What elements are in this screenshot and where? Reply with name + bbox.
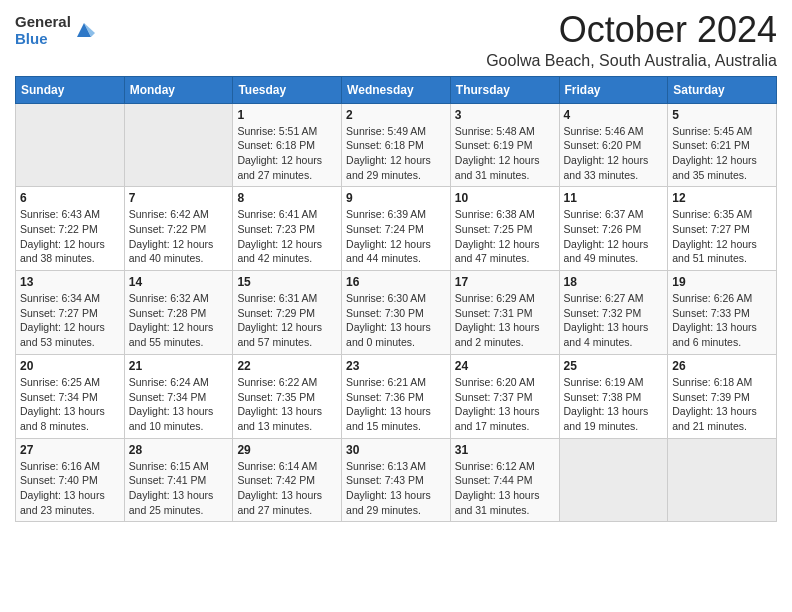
day-detail: Sunrise: 6:26 AM Sunset: 7:33 PM Dayligh… xyxy=(672,291,772,350)
title-area: October 2024 Goolwa Beach, South Austral… xyxy=(486,10,777,70)
calendar-cell: 26Sunrise: 6:18 AM Sunset: 7:39 PM Dayli… xyxy=(668,354,777,438)
calendar-cell: 27Sunrise: 6:16 AM Sunset: 7:40 PM Dayli… xyxy=(16,438,125,522)
calendar-cell: 31Sunrise: 6:12 AM Sunset: 7:44 PM Dayli… xyxy=(450,438,559,522)
calendar-cell: 13Sunrise: 6:34 AM Sunset: 7:27 PM Dayli… xyxy=(16,271,125,355)
day-detail: Sunrise: 6:13 AM Sunset: 7:43 PM Dayligh… xyxy=(346,459,446,518)
calendar-week-row: 1Sunrise: 5:51 AM Sunset: 6:18 PM Daylig… xyxy=(16,103,777,187)
calendar-week-row: 13Sunrise: 6:34 AM Sunset: 7:27 PM Dayli… xyxy=(16,271,777,355)
calendar-cell: 2Sunrise: 5:49 AM Sunset: 6:18 PM Daylig… xyxy=(342,103,451,187)
calendar-cell: 7Sunrise: 6:42 AM Sunset: 7:22 PM Daylig… xyxy=(124,187,233,271)
day-detail: Sunrise: 6:12 AM Sunset: 7:44 PM Dayligh… xyxy=(455,459,555,518)
day-detail: Sunrise: 5:51 AM Sunset: 6:18 PM Dayligh… xyxy=(237,124,337,183)
day-detail: Sunrise: 6:15 AM Sunset: 7:41 PM Dayligh… xyxy=(129,459,229,518)
day-detail: Sunrise: 6:39 AM Sunset: 7:24 PM Dayligh… xyxy=(346,207,446,266)
calendar-cell: 21Sunrise: 6:24 AM Sunset: 7:34 PM Dayli… xyxy=(124,354,233,438)
calendar-day-header: Monday xyxy=(124,76,233,103)
logo-icon xyxy=(73,19,95,45)
calendar-cell: 1Sunrise: 5:51 AM Sunset: 6:18 PM Daylig… xyxy=(233,103,342,187)
day-detail: Sunrise: 5:46 AM Sunset: 6:20 PM Dayligh… xyxy=(564,124,664,183)
logo-general-text: General xyxy=(15,14,71,31)
day-number: 9 xyxy=(346,191,446,205)
calendar-cell xyxy=(16,103,125,187)
day-detail: Sunrise: 6:24 AM Sunset: 7:34 PM Dayligh… xyxy=(129,375,229,434)
day-number: 5 xyxy=(672,108,772,122)
calendar-table: SundayMondayTuesdayWednesdayThursdayFrid… xyxy=(15,76,777,523)
day-detail: Sunrise: 5:49 AM Sunset: 6:18 PM Dayligh… xyxy=(346,124,446,183)
day-detail: Sunrise: 6:38 AM Sunset: 7:25 PM Dayligh… xyxy=(455,207,555,266)
day-number: 8 xyxy=(237,191,337,205)
calendar-cell: 9Sunrise: 6:39 AM Sunset: 7:24 PM Daylig… xyxy=(342,187,451,271)
calendar-cell: 30Sunrise: 6:13 AM Sunset: 7:43 PM Dayli… xyxy=(342,438,451,522)
calendar-day-header: Thursday xyxy=(450,76,559,103)
calendar-week-row: 20Sunrise: 6:25 AM Sunset: 7:34 PM Dayli… xyxy=(16,354,777,438)
calendar-cell: 17Sunrise: 6:29 AM Sunset: 7:31 PM Dayli… xyxy=(450,271,559,355)
day-detail: Sunrise: 6:30 AM Sunset: 7:30 PM Dayligh… xyxy=(346,291,446,350)
day-detail: Sunrise: 6:34 AM Sunset: 7:27 PM Dayligh… xyxy=(20,291,120,350)
calendar-cell xyxy=(668,438,777,522)
calendar-cell: 4Sunrise: 5:46 AM Sunset: 6:20 PM Daylig… xyxy=(559,103,668,187)
day-number: 10 xyxy=(455,191,555,205)
day-number: 28 xyxy=(129,443,229,457)
day-number: 14 xyxy=(129,275,229,289)
day-detail: Sunrise: 6:20 AM Sunset: 7:37 PM Dayligh… xyxy=(455,375,555,434)
day-detail: Sunrise: 6:18 AM Sunset: 7:39 PM Dayligh… xyxy=(672,375,772,434)
calendar-day-header: Tuesday xyxy=(233,76,342,103)
calendar-cell: 25Sunrise: 6:19 AM Sunset: 7:38 PM Dayli… xyxy=(559,354,668,438)
day-detail: Sunrise: 5:45 AM Sunset: 6:21 PM Dayligh… xyxy=(672,124,772,183)
day-number: 11 xyxy=(564,191,664,205)
calendar-body: 1Sunrise: 5:51 AM Sunset: 6:18 PM Daylig… xyxy=(16,103,777,522)
calendar-cell: 29Sunrise: 6:14 AM Sunset: 7:42 PM Dayli… xyxy=(233,438,342,522)
day-detail: Sunrise: 6:42 AM Sunset: 7:22 PM Dayligh… xyxy=(129,207,229,266)
day-number: 18 xyxy=(564,275,664,289)
calendar-day-header: Friday xyxy=(559,76,668,103)
calendar-cell: 22Sunrise: 6:22 AM Sunset: 7:35 PM Dayli… xyxy=(233,354,342,438)
calendar-header-row: SundayMondayTuesdayWednesdayThursdayFrid… xyxy=(16,76,777,103)
page-title: October 2024 xyxy=(486,10,777,50)
day-number: 12 xyxy=(672,191,772,205)
day-number: 26 xyxy=(672,359,772,373)
calendar-week-row: 6Sunrise: 6:43 AM Sunset: 7:22 PM Daylig… xyxy=(16,187,777,271)
calendar-cell: 15Sunrise: 6:31 AM Sunset: 7:29 PM Dayli… xyxy=(233,271,342,355)
calendar-cell: 28Sunrise: 6:15 AM Sunset: 7:41 PM Dayli… xyxy=(124,438,233,522)
day-detail: Sunrise: 6:27 AM Sunset: 7:32 PM Dayligh… xyxy=(564,291,664,350)
day-detail: Sunrise: 6:19 AM Sunset: 7:38 PM Dayligh… xyxy=(564,375,664,434)
calendar-cell: 11Sunrise: 6:37 AM Sunset: 7:26 PM Dayli… xyxy=(559,187,668,271)
calendar-day-header: Sunday xyxy=(16,76,125,103)
day-detail: Sunrise: 6:21 AM Sunset: 7:36 PM Dayligh… xyxy=(346,375,446,434)
calendar-cell: 14Sunrise: 6:32 AM Sunset: 7:28 PM Dayli… xyxy=(124,271,233,355)
day-detail: Sunrise: 6:43 AM Sunset: 7:22 PM Dayligh… xyxy=(20,207,120,266)
calendar-cell: 20Sunrise: 6:25 AM Sunset: 7:34 PM Dayli… xyxy=(16,354,125,438)
day-number: 20 xyxy=(20,359,120,373)
day-number: 15 xyxy=(237,275,337,289)
page-header: General Blue October 2024 Goolwa Beach, … xyxy=(15,10,777,70)
day-number: 23 xyxy=(346,359,446,373)
day-number: 1 xyxy=(237,108,337,122)
calendar-cell: 24Sunrise: 6:20 AM Sunset: 7:37 PM Dayli… xyxy=(450,354,559,438)
calendar-cell: 19Sunrise: 6:26 AM Sunset: 7:33 PM Dayli… xyxy=(668,271,777,355)
logo-blue-text: Blue xyxy=(15,31,71,48)
day-number: 7 xyxy=(129,191,229,205)
day-number: 6 xyxy=(20,191,120,205)
day-detail: Sunrise: 6:32 AM Sunset: 7:28 PM Dayligh… xyxy=(129,291,229,350)
logo: General Blue xyxy=(15,14,95,47)
day-detail: Sunrise: 6:41 AM Sunset: 7:23 PM Dayligh… xyxy=(237,207,337,266)
day-number: 13 xyxy=(20,275,120,289)
day-number: 29 xyxy=(237,443,337,457)
day-number: 17 xyxy=(455,275,555,289)
calendar-day-header: Wednesday xyxy=(342,76,451,103)
day-number: 24 xyxy=(455,359,555,373)
day-detail: Sunrise: 6:35 AM Sunset: 7:27 PM Dayligh… xyxy=(672,207,772,266)
day-number: 25 xyxy=(564,359,664,373)
calendar-cell xyxy=(559,438,668,522)
calendar-cell: 8Sunrise: 6:41 AM Sunset: 7:23 PM Daylig… xyxy=(233,187,342,271)
day-number: 16 xyxy=(346,275,446,289)
day-number: 2 xyxy=(346,108,446,122)
day-detail: Sunrise: 6:25 AM Sunset: 7:34 PM Dayligh… xyxy=(20,375,120,434)
day-number: 19 xyxy=(672,275,772,289)
day-number: 31 xyxy=(455,443,555,457)
day-detail: Sunrise: 6:29 AM Sunset: 7:31 PM Dayligh… xyxy=(455,291,555,350)
day-detail: Sunrise: 6:31 AM Sunset: 7:29 PM Dayligh… xyxy=(237,291,337,350)
calendar-cell: 5Sunrise: 5:45 AM Sunset: 6:21 PM Daylig… xyxy=(668,103,777,187)
day-detail: Sunrise: 6:14 AM Sunset: 7:42 PM Dayligh… xyxy=(237,459,337,518)
day-detail: Sunrise: 6:37 AM Sunset: 7:26 PM Dayligh… xyxy=(564,207,664,266)
